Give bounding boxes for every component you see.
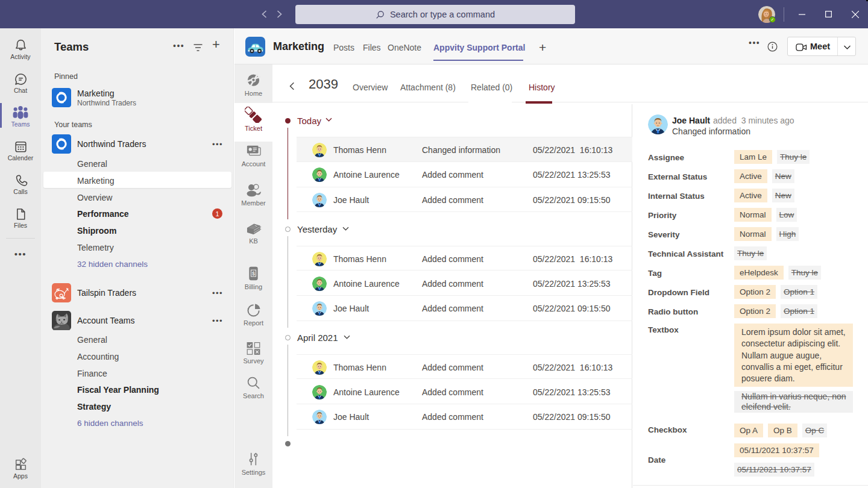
svg-text:$: $ — [252, 271, 255, 277]
